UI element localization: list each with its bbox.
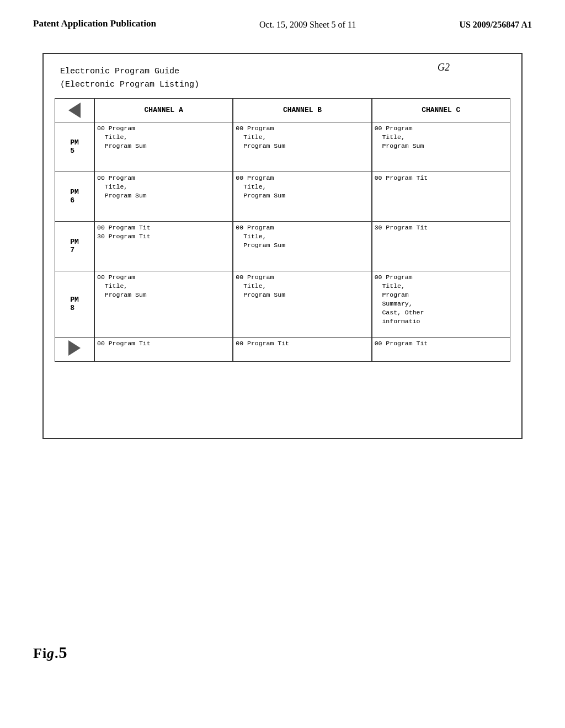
time-cell-pm6: PM6 — [55, 172, 94, 222]
fig-label: Fig.5 — [33, 643, 68, 662]
prog-c-pm6[interactable]: 00 Program Tit — [372, 172, 510, 222]
channel-a-label: CHANNEL A — [145, 106, 183, 114]
time-cell-pm7: PM7 — [55, 222, 94, 271]
time-cell-pm5: PM5 — [55, 122, 94, 172]
figure-area: G2 Electronic Program Guide (Electronic … — [0, 36, 565, 439]
patent-number: US 2009/256847 A1 — [459, 17, 532, 30]
epg-title-line2: (Electronic Program Listing) — [60, 78, 510, 92]
prog-b-last[interactable]: 00 Program Tit — [233, 338, 371, 362]
channels-area: CHANNEL A 00 Program Title, Program Sum … — [94, 98, 510, 362]
prog-c-pm8[interactable]: 00 Program Title, Program Summary, Cast,… — [372, 271, 510, 338]
channel-b-label: CHANNEL B — [283, 106, 322, 114]
time-pm7: PM7 — [70, 238, 79, 254]
channel-a-header: CHANNEL A — [95, 98, 233, 122]
channel-c-col: CHANNEL C 00 Program Title, Program Sum … — [372, 98, 510, 362]
g2-label: G2 — [438, 62, 450, 73]
fig-text: Fi — [33, 645, 47, 661]
time-column: PM5 PM6 PM7 PM8 — [55, 98, 94, 362]
channel-b-header: CHANNEL B — [233, 98, 371, 122]
prog-a-pm7[interactable]: 00 Program Tit30 Program Tit — [95, 222, 233, 271]
fig-number: 5 — [59, 643, 68, 661]
epg-grid: PM5 PM6 PM7 PM8 — [55, 98, 510, 362]
time-pm5: PM5 — [70, 138, 79, 155]
channel-b-col: CHANNEL B 00 Program Title, Program Sum … — [233, 98, 371, 362]
diagram-box: G2 Electronic Program Guide (Electronic … — [42, 53, 523, 439]
prog-c-pm7[interactable]: 30 Program Tit — [372, 222, 510, 271]
patent-title: Patent Application Publication — [33, 17, 156, 31]
time-pm8: PM8 — [70, 296, 79, 312]
time-pm6: PM6 — [70, 188, 79, 205]
fig-dot: . — [55, 645, 59, 661]
prog-b-pm6[interactable]: 00 Program Title, Program Sum — [233, 172, 371, 222]
figure-label: Fig.5 — [33, 643, 68, 662]
channel-c-label: CHANNEL C — [422, 106, 460, 114]
time-cell-last — [55, 338, 94, 362]
prog-b-pm5[interactable]: 00 Program Title, Program Sum — [233, 122, 371, 172]
right-arrow-icon — [68, 340, 81, 356]
time-arrow — [68, 340, 81, 358]
prog-a-pm8[interactable]: 00 Program Title, Program Sum — [95, 271, 233, 338]
page-header: Patent Application Publication Oct. 15, … — [0, 0, 565, 36]
channel-c-header: CHANNEL C — [372, 98, 510, 122]
fig-g: g — [47, 645, 55, 661]
time-header-cell — [55, 98, 94, 122]
prog-c-pm5[interactable]: 00 Program Title, Program Sum — [372, 122, 510, 172]
publication-date-sheet: Oct. 15, 2009 Sheet 5 of 11 — [259, 17, 356, 30]
channel-a-col: CHANNEL A 00 Program Title, Program Sum … — [94, 98, 233, 362]
prog-a-last[interactable]: 00 Program Tit — [95, 338, 233, 362]
prog-c-last[interactable]: 00 Program Tit — [372, 338, 510, 362]
prog-a-pm6[interactable]: 00 Program Title, Program Sum — [95, 172, 233, 222]
prog-b-pm7[interactable]: 00 Program Title, Program Sum — [233, 222, 371, 271]
time-cell-pm8: PM8 — [55, 271, 94, 338]
prog-b-pm8[interactable]: 00 Program Title, Program Sum — [233, 271, 371, 338]
left-arrow-icon — [68, 103, 81, 118]
prog-a-pm5[interactable]: 00 Program Title, Program Sum — [95, 122, 233, 172]
